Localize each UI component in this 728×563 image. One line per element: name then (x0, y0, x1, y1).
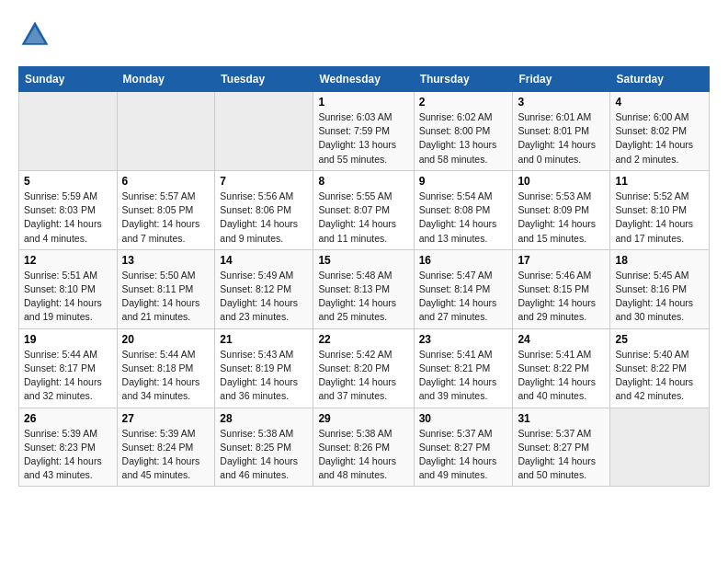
day-number: 24 (518, 333, 605, 346)
day-number: 19 (24, 333, 112, 346)
calendar-day-cell: 21Sunrise: 5:43 AMSunset: 8:19 PMDayligh… (215, 328, 313, 408)
column-header-friday: Friday (513, 67, 610, 92)
calendar-week-row: 19Sunrise: 5:44 AMSunset: 8:17 PMDayligh… (19, 328, 710, 408)
day-number: 23 (419, 333, 508, 346)
calendar-day-cell: 5Sunrise: 5:59 AMSunset: 8:03 PMDaylight… (19, 170, 118, 249)
day-info: Sunrise: 5:38 AMSunset: 8:25 PMDaylight:… (220, 427, 308, 483)
logo (18, 18, 55, 52)
calendar-day-cell: 13Sunrise: 5:50 AMSunset: 8:11 PMDayligh… (117, 249, 215, 328)
day-info: Sunrise: 5:43 AMSunset: 8:19 PMDaylight:… (220, 348, 308, 404)
day-info: Sunrise: 5:41 AMSunset: 8:21 PMDaylight:… (419, 348, 508, 404)
page-header (18, 18, 710, 52)
calendar-day-cell: 27Sunrise: 5:39 AMSunset: 8:24 PMDayligh… (117, 408, 215, 487)
calendar-day-cell: 8Sunrise: 5:55 AMSunset: 8:07 PMDaylight… (313, 170, 414, 249)
day-number: 2 (419, 96, 508, 109)
calendar-day-cell: 9Sunrise: 5:54 AMSunset: 8:08 PMDaylight… (414, 170, 513, 249)
calendar-day-cell: 1Sunrise: 6:03 AMSunset: 7:59 PMDaylight… (313, 92, 414, 171)
day-info: Sunrise: 5:51 AMSunset: 8:10 PMDaylight:… (24, 269, 112, 325)
calendar-day-cell (117, 92, 215, 171)
day-number: 29 (318, 412, 408, 425)
column-header-saturday: Saturday (610, 67, 710, 92)
day-number: 3 (518, 96, 605, 109)
day-info: Sunrise: 5:45 AMSunset: 8:16 PMDaylight:… (615, 269, 704, 325)
calendar-table: SundayMondayTuesdayWednesdayThursdayFrid… (18, 66, 710, 487)
day-number: 21 (220, 333, 308, 346)
calendar-day-cell: 17Sunrise: 5:46 AMSunset: 8:15 PMDayligh… (513, 249, 610, 328)
day-number: 22 (318, 333, 408, 346)
day-number: 6 (122, 175, 210, 188)
calendar-day-cell: 2Sunrise: 6:02 AMSunset: 8:00 PMDaylight… (414, 92, 513, 171)
column-header-monday: Monday (117, 67, 215, 92)
day-info: Sunrise: 5:55 AMSunset: 8:07 PMDaylight:… (318, 190, 408, 246)
day-number: 9 (419, 175, 508, 188)
day-info: Sunrise: 6:00 AMSunset: 8:02 PMDaylight:… (615, 110, 704, 167)
calendar-day-cell: 30Sunrise: 5:37 AMSunset: 8:27 PMDayligh… (414, 408, 513, 487)
column-header-thursday: Thursday (414, 67, 513, 92)
day-info: Sunrise: 6:03 AMSunset: 7:59 PMDaylight:… (318, 110, 408, 167)
calendar-day-cell: 10Sunrise: 5:53 AMSunset: 8:09 PMDayligh… (513, 170, 610, 249)
day-info: Sunrise: 5:37 AMSunset: 8:27 PMDaylight:… (419, 427, 508, 483)
logo-icon (18, 18, 51, 52)
day-number: 20 (122, 333, 210, 346)
day-number: 16 (419, 254, 508, 267)
calendar-day-cell: 7Sunrise: 5:56 AMSunset: 8:06 PMDaylight… (215, 170, 313, 249)
calendar-day-cell: 12Sunrise: 5:51 AMSunset: 8:10 PMDayligh… (19, 249, 118, 328)
calendar-day-cell: 31Sunrise: 5:37 AMSunset: 8:27 PMDayligh… (513, 408, 610, 487)
day-number: 8 (318, 175, 408, 188)
day-number: 31 (518, 412, 605, 425)
day-number: 30 (419, 412, 508, 425)
day-number: 27 (122, 412, 210, 425)
day-number: 26 (24, 412, 112, 425)
calendar-header-row: SundayMondayTuesdayWednesdayThursdayFrid… (19, 67, 710, 92)
calendar-day-cell: 20Sunrise: 5:44 AMSunset: 8:18 PMDayligh… (117, 328, 215, 408)
day-info: Sunrise: 5:57 AMSunset: 8:05 PMDaylight:… (122, 190, 210, 246)
calendar-day-cell: 6Sunrise: 5:57 AMSunset: 8:05 PMDaylight… (117, 170, 215, 249)
day-info: Sunrise: 5:59 AMSunset: 8:03 PMDaylight:… (24, 190, 112, 246)
calendar-day-cell: 22Sunrise: 5:42 AMSunset: 8:20 PMDayligh… (313, 328, 414, 408)
calendar-day-cell: 3Sunrise: 6:01 AMSunset: 8:01 PMDaylight… (513, 92, 610, 171)
day-info: Sunrise: 5:39 AMSunset: 8:23 PMDaylight:… (24, 427, 112, 483)
day-number: 11 (615, 175, 704, 188)
calendar-day-cell: 15Sunrise: 5:48 AMSunset: 8:13 PMDayligh… (313, 249, 414, 328)
day-info: Sunrise: 5:44 AMSunset: 8:17 PMDaylight:… (24, 348, 112, 404)
calendar-day-cell: 26Sunrise: 5:39 AMSunset: 8:23 PMDayligh… (19, 408, 118, 487)
calendar-day-cell (610, 408, 710, 487)
day-info: Sunrise: 5:38 AMSunset: 8:26 PMDaylight:… (318, 427, 408, 483)
calendar-day-cell: 18Sunrise: 5:45 AMSunset: 8:16 PMDayligh… (610, 249, 710, 328)
day-info: Sunrise: 5:42 AMSunset: 8:20 PMDaylight:… (318, 348, 408, 404)
column-header-sunday: Sunday (19, 67, 118, 92)
calendar-day-cell: 19Sunrise: 5:44 AMSunset: 8:17 PMDayligh… (19, 328, 118, 408)
day-number: 4 (615, 96, 704, 109)
calendar-day-cell: 11Sunrise: 5:52 AMSunset: 8:10 PMDayligh… (610, 170, 710, 249)
day-number: 10 (518, 175, 605, 188)
day-number: 1 (318, 96, 408, 109)
calendar-week-row: 5Sunrise: 5:59 AMSunset: 8:03 PMDaylight… (19, 170, 710, 249)
day-info: Sunrise: 5:39 AMSunset: 8:24 PMDaylight:… (122, 427, 210, 483)
calendar-day-cell: 29Sunrise: 5:38 AMSunset: 8:26 PMDayligh… (313, 408, 414, 487)
column-header-tuesday: Tuesday (215, 67, 313, 92)
day-number: 12 (24, 254, 112, 267)
calendar-day-cell (19, 92, 118, 171)
day-info: Sunrise: 5:44 AMSunset: 8:18 PMDaylight:… (122, 348, 210, 404)
day-info: Sunrise: 5:41 AMSunset: 8:22 PMDaylight:… (518, 348, 605, 404)
day-number: 18 (615, 254, 704, 267)
day-info: Sunrise: 5:52 AMSunset: 8:10 PMDaylight:… (615, 190, 704, 246)
day-number: 5 (24, 175, 112, 188)
column-header-wednesday: Wednesday (313, 67, 414, 92)
calendar-day-cell: 28Sunrise: 5:38 AMSunset: 8:25 PMDayligh… (215, 408, 313, 487)
calendar-week-row: 26Sunrise: 5:39 AMSunset: 8:23 PMDayligh… (19, 408, 710, 487)
calendar-day-cell: 4Sunrise: 6:00 AMSunset: 8:02 PMDaylight… (610, 92, 710, 171)
day-number: 15 (318, 254, 408, 267)
day-info: Sunrise: 5:46 AMSunset: 8:15 PMDaylight:… (518, 269, 605, 325)
day-number: 25 (615, 333, 704, 346)
day-info: Sunrise: 5:40 AMSunset: 8:22 PMDaylight:… (615, 348, 704, 404)
calendar-day-cell: 23Sunrise: 5:41 AMSunset: 8:21 PMDayligh… (414, 328, 513, 408)
calendar-day-cell: 14Sunrise: 5:49 AMSunset: 8:12 PMDayligh… (215, 249, 313, 328)
day-info: Sunrise: 5:48 AMSunset: 8:13 PMDaylight:… (318, 269, 408, 325)
day-number: 13 (122, 254, 210, 267)
day-info: Sunrise: 5:50 AMSunset: 8:11 PMDaylight:… (122, 269, 210, 325)
day-number: 14 (220, 254, 308, 267)
calendar-week-row: 1Sunrise: 6:03 AMSunset: 7:59 PMDaylight… (19, 92, 710, 171)
day-info: Sunrise: 5:53 AMSunset: 8:09 PMDaylight:… (518, 190, 605, 246)
day-info: Sunrise: 6:02 AMSunset: 8:00 PMDaylight:… (419, 110, 508, 167)
